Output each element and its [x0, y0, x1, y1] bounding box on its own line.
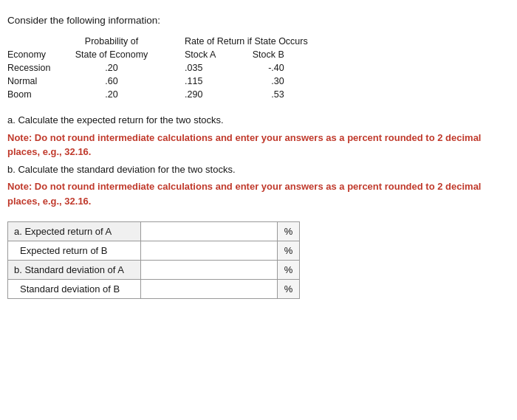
table-row: Boom .20 .290 .53 — [7, 88, 314, 101]
stock-b-normal: .30 — [238, 75, 313, 88]
stock-a-boom: .290 — [162, 88, 238, 101]
economy-normal: Normal — [7, 75, 66, 88]
table-row: Recession .20 .035 -.40 — [7, 61, 314, 75]
stock-a-normal: .115 — [162, 75, 238, 88]
input-expected-b-cell[interactable] — [141, 241, 278, 261]
input-stddev-a-cell[interactable] — [141, 261, 278, 280]
input-stddev-a[interactable] — [147, 264, 271, 275]
intro-text: Consider the following information: — [7, 15, 502, 26]
pct-stddev-b: % — [278, 280, 300, 299]
answer-row-stddev-b: Standard deviation of B % — [8, 280, 300, 299]
input-expected-a[interactable] — [147, 226, 271, 237]
table-row: Normal .60 .115 .30 — [7, 75, 314, 88]
instruction-a-label: a. — [7, 114, 16, 125]
pct-expected-a: % — [278, 222, 300, 241]
instructions: a. Calculate the expected return for the… — [7, 113, 502, 208]
stock-b-header: Stock B — [238, 48, 313, 61]
answer-row-expected-b: Expected return of B % — [8, 241, 300, 261]
pct-stddev-a: % — [278, 261, 300, 280]
prob-recession: .20 — [66, 61, 162, 75]
instruction-b-text: Calculate the standard deviation for the… — [18, 164, 235, 175]
instruction-a-note: Note: Do not round intermediate calculat… — [7, 132, 481, 158]
answer-row-stddev-a: b. Standard deviation of A % — [8, 261, 300, 280]
stock-b-boom: .53 — [238, 88, 313, 101]
pct-expected-b: % — [278, 241, 300, 261]
prob-boom: .20 — [66, 88, 162, 101]
answer-row-expected-a: a. Expected return of A % — [8, 222, 300, 241]
label-expected-a: a. Expected return of A — [8, 222, 141, 241]
stock-a-header: Stock A — [162, 48, 238, 61]
data-table: Probability of Rate of Return if State O… — [7, 35, 314, 101]
answer-table: a. Expected return of A % Expected retur… — [7, 221, 300, 299]
instruction-a-text: Calculate the expected return for the tw… — [18, 114, 223, 125]
economy-recession: Recession — [7, 61, 66, 75]
label-stddev-b: Standard deviation of B — [8, 280, 141, 299]
economy-boom: Boom — [7, 88, 66, 101]
label-stddev-a: b. Standard deviation of A — [8, 261, 141, 280]
prob-normal: .60 — [66, 75, 162, 88]
stock-b-recession: -.40 — [238, 61, 313, 75]
input-stddev-b[interactable] — [147, 283, 271, 295]
economy-col-header: Economy — [7, 48, 66, 61]
input-expected-a-cell[interactable] — [141, 222, 278, 241]
input-expected-b[interactable] — [147, 245, 271, 256]
label-expected-b: Expected return of B — [8, 241, 141, 261]
economy-header-blank — [7, 35, 66, 48]
rate-header: Rate of Return if State Occurs — [162, 35, 314, 48]
probability-header-line2: State of Economy — [66, 48, 162, 61]
probability-header-line1: Probability of — [66, 35, 162, 48]
instruction-b-note: Note: Do not round intermediate calculat… — [7, 181, 481, 207]
instruction-b-label: b. — [7, 164, 16, 175]
input-stddev-b-cell[interactable] — [141, 280, 278, 299]
stock-a-recession: .035 — [162, 61, 238, 75]
